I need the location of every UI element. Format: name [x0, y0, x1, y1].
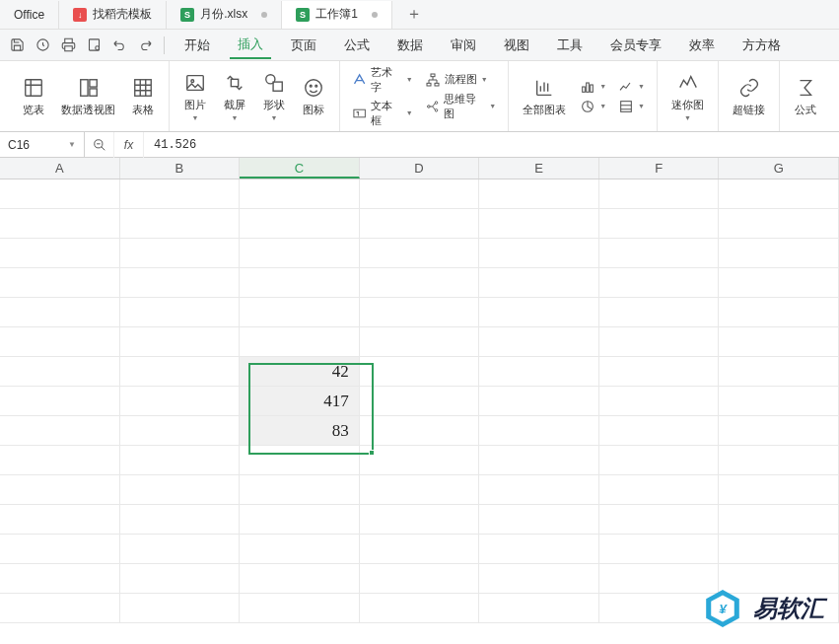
- menu-efficiency[interactable]: 效率: [681, 33, 723, 58]
- cell[interactable]: [479, 209, 599, 238]
- cell[interactable]: [719, 239, 839, 267]
- cell[interactable]: [120, 475, 241, 504]
- cell[interactable]: [719, 475, 839, 504]
- cell[interactable]: [240, 327, 360, 356]
- cell[interactable]: [0, 416, 120, 445]
- col-header-C[interactable]: C: [240, 158, 360, 179]
- cell[interactable]: [479, 564, 599, 593]
- sparkline-button[interactable]: 迷你图 ▼: [667, 69, 708, 123]
- cell[interactable]: [719, 446, 839, 474]
- textbox-button[interactable]: 文本框 ▼: [350, 98, 415, 129]
- cell[interactable]: [360, 387, 480, 415]
- cell[interactable]: [719, 209, 839, 238]
- save-as-icon[interactable]: [32, 35, 53, 56]
- cell[interactable]: [240, 505, 360, 534]
- cell[interactable]: [240, 268, 360, 297]
- cell[interactable]: [120, 327, 241, 356]
- cell[interactable]: [719, 298, 839, 326]
- cell[interactable]: [719, 416, 839, 445]
- cell-reference-input[interactable]: C16 ▼: [0, 132, 85, 157]
- cell-C7[interactable]: 42: [240, 357, 360, 386]
- cell[interactable]: [120, 564, 241, 593]
- cell[interactable]: [479, 475, 599, 504]
- cell[interactable]: [120, 387, 241, 415]
- hyperlink-button[interactable]: 超链接: [729, 74, 769, 119]
- cell[interactable]: [0, 475, 120, 504]
- image-button[interactable]: 图片 ▼: [179, 69, 211, 123]
- cell[interactable]: [360, 416, 480, 445]
- mindmap-button[interactable]: 思维导图 ▼: [423, 91, 498, 122]
- cell[interactable]: [120, 357, 241, 386]
- cell[interactable]: [599, 179, 720, 208]
- menu-tools[interactable]: 工具: [549, 33, 591, 58]
- col-header-D[interactable]: D: [360, 158, 480, 179]
- cell[interactable]: [719, 268, 839, 297]
- cell[interactable]: [599, 327, 720, 356]
- cell[interactable]: [360, 268, 480, 297]
- shapes-button[interactable]: 形状 ▼: [258, 69, 290, 123]
- new-tab-button[interactable]: ＋: [392, 4, 436, 25]
- cell[interactable]: [0, 179, 120, 208]
- cell[interactable]: [360, 535, 480, 563]
- cell[interactable]: [599, 268, 720, 297]
- cell[interactable]: [599, 446, 720, 474]
- menu-member[interactable]: 会员专享: [602, 33, 669, 58]
- cell[interactable]: [0, 505, 120, 534]
- cell[interactable]: [599, 475, 720, 504]
- cell[interactable]: [719, 387, 839, 415]
- cell[interactable]: [599, 239, 720, 267]
- formula-value[interactable]: 41.526: [144, 138, 206, 152]
- cell[interactable]: [240, 239, 360, 267]
- col-header-A[interactable]: A: [0, 158, 120, 179]
- col-header-E[interactable]: E: [479, 158, 599, 179]
- cell[interactable]: [0, 298, 120, 326]
- cell[interactable]: [120, 239, 241, 267]
- pivot-button[interactable]: 数据透视图: [57, 74, 119, 119]
- cell[interactable]: [120, 505, 241, 534]
- cell[interactable]: [120, 268, 241, 297]
- cell[interactable]: [0, 446, 120, 474]
- cell[interactable]: [360, 446, 480, 474]
- cell[interactable]: [719, 327, 839, 356]
- cell[interactable]: [120, 594, 241, 622]
- cell[interactable]: [240, 209, 360, 238]
- cell[interactable]: [360, 475, 480, 504]
- cell-C8[interactable]: 417: [240, 387, 360, 415]
- redo-icon[interactable]: [134, 35, 156, 56]
- cell[interactable]: [479, 327, 599, 356]
- cell[interactable]: [479, 446, 599, 474]
- cell[interactable]: [0, 535, 120, 563]
- cell[interactable]: [360, 564, 480, 593]
- cell[interactable]: [240, 298, 360, 326]
- cell[interactable]: [599, 387, 720, 415]
- save-icon[interactable]: [6, 35, 28, 56]
- menu-start[interactable]: 开始: [176, 33, 218, 58]
- cell[interactable]: [599, 505, 720, 534]
- menu-insert[interactable]: 插入: [230, 32, 271, 59]
- cell[interactable]: [0, 594, 120, 622]
- cell[interactable]: [479, 387, 599, 415]
- tab-workbook1[interactable]: S 工作簿1: [282, 1, 392, 29]
- cell[interactable]: [120, 209, 241, 238]
- wordart-button[interactable]: 艺术字 ▼: [350, 64, 415, 96]
- tab-monthfile[interactable]: S 月份.xlsx: [167, 1, 282, 29]
- allcharts-button[interactable]: 全部图表: [519, 74, 570, 119]
- menu-view[interactable]: 视图: [496, 33, 537, 58]
- screenshot-button[interactable]: 截屏 ▼: [219, 69, 250, 123]
- pie-chart-button[interactable]: ▼: [578, 98, 608, 115]
- cell[interactable]: [360, 179, 480, 208]
- tab-template[interactable]: ↓ 找稻壳模板: [59, 1, 167, 29]
- cell[interactable]: [240, 475, 360, 504]
- cell[interactable]: [360, 298, 480, 326]
- cell[interactable]: [479, 505, 599, 534]
- cell[interactable]: [360, 239, 480, 267]
- print-preview-icon[interactable]: [83, 35, 105, 56]
- menu-page[interactable]: 页面: [283, 33, 324, 58]
- cell[interactable]: [599, 416, 720, 445]
- cell[interactable]: [240, 446, 360, 474]
- cell[interactable]: [719, 357, 839, 386]
- menu-ffgz[interactable]: 方方格: [734, 33, 789, 58]
- cell[interactable]: [599, 357, 720, 386]
- cell[interactable]: [120, 535, 241, 563]
- col-header-G[interactable]: G: [719, 158, 839, 179]
